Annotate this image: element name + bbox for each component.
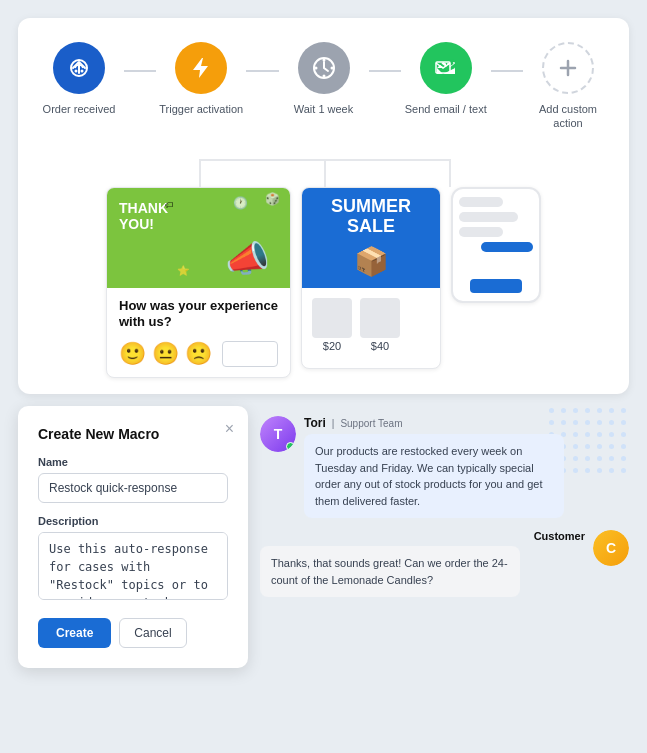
survey-question: How was your experience with us?: [119, 298, 278, 332]
connector-2: [246, 70, 278, 72]
product-price-2: $40: [360, 340, 400, 352]
phone-btn: [470, 279, 522, 293]
phone-msg-1: [459, 197, 503, 207]
email-body: $20 $40: [302, 288, 440, 368]
chat-panel: T Tori | Support Team Our products are r…: [248, 406, 629, 668]
survey-preview: THANKYOU! 🕐 🎲 ⭐ 🏷 📣 How was your experie…: [106, 187, 291, 379]
svg-point-6: [314, 67, 317, 70]
step-order-received-label: Order received: [43, 102, 116, 116]
workflow-card: Order received Trigger activation: [18, 18, 629, 394]
survey-banner-text: THANKYOU!: [119, 200, 278, 234]
description-label: Description: [38, 515, 228, 527]
agent-team: Support Team: [340, 418, 402, 429]
sad-emoji[interactable]: 🙁: [185, 341, 212, 367]
wait-icon: [298, 42, 350, 94]
scatter-tag: 🏷: [165, 200, 174, 210]
step-wait-label: Wait 1 week: [294, 102, 354, 116]
preview-row: THANKYOU! 🕐 🎲 ⭐ 🏷 📣 How was your experie…: [34, 187, 613, 379]
trigger-activation-icon: [175, 42, 227, 94]
phone-msg-reply: [481, 242, 533, 252]
scatter-star: ⭐: [177, 265, 189, 276]
step-order-received[interactable]: Order received: [34, 42, 124, 116]
survey-text-input[interactable]: [222, 341, 278, 367]
svg-point-1: [75, 70, 78, 73]
workflow-steps: Order received Trigger activation: [34, 42, 613, 131]
agent-name: Tori: [304, 416, 326, 430]
svg-point-7: [330, 67, 333, 70]
svg-point-5: [322, 75, 325, 78]
description-textarea[interactable]: Use this auto-response for cases with "R…: [38, 532, 228, 600]
scatter-dice: 🎲: [265, 192, 280, 206]
survey-banner: THANKYOU! 🕐 🎲 ⭐ 🏷 📣: [107, 188, 290, 288]
modal-close-button[interactable]: ×: [225, 420, 234, 438]
agent-avatar: T: [260, 416, 296, 452]
agent-status-indicator: [286, 442, 295, 451]
product-thumb-1: [312, 298, 352, 338]
customer-bubble: Thanks, that sounds great! Can we order …: [260, 546, 520, 597]
connector-1: [124, 70, 156, 72]
product-row: $20 $40: [312, 298, 430, 352]
send-email-icon: [420, 42, 472, 94]
step-trigger-activation-label: Trigger activation: [159, 102, 243, 116]
email-preview: SUMMERSALE 📦 $20 $40: [301, 187, 441, 369]
agent-bubble: Our products are restocked every week on…: [304, 434, 564, 518]
megaphone-icon: 📣: [225, 238, 270, 280]
step-send-email-label: Send email / text: [405, 102, 487, 116]
chat-messages: T Tori | Support Team Our products are r…: [260, 416, 629, 597]
svg-point-2: [81, 70, 84, 73]
phone-preview: [451, 187, 541, 303]
bottom-section: Create New Macro × Name Description Use …: [18, 406, 629, 668]
customer-label: Customer: [260, 530, 585, 542]
scatter-clock: 🕐: [233, 196, 248, 210]
agent-chat-header: Tori | Support Team: [304, 416, 629, 430]
agent-chat-content: Tori | Support Team Our products are res…: [304, 416, 629, 518]
step-add-custom-action-label: Add custom action: [523, 102, 613, 131]
neutral-emoji[interactable]: 😐: [152, 341, 179, 367]
gift-box-icon: 📦: [354, 245, 389, 278]
cancel-button[interactable]: Cancel: [119, 618, 186, 648]
product-thumb-2: [360, 298, 400, 338]
survey-body: How was your experience with us? 🙂 😐 🙁: [107, 288, 290, 378]
step-add-custom-action[interactable]: Add custom action: [523, 42, 613, 131]
customer-message: C Customer Thanks, that sounds great! Ca…: [260, 530, 629, 597]
add-custom-action-icon: [542, 42, 594, 94]
happy-emoji[interactable]: 🙂: [119, 341, 146, 367]
step-trigger-activation[interactable]: Trigger activation: [156, 42, 246, 116]
emoji-row: 🙂 😐 🙁: [119, 341, 278, 367]
name-label: Name: [38, 456, 228, 468]
macro-modal: Create New Macro × Name Description Use …: [18, 406, 248, 668]
phone-msg-2: [459, 212, 518, 222]
agent-team-separator: |: [332, 418, 335, 429]
modal-buttons: Create Cancel: [38, 618, 228, 648]
connector-3: [369, 70, 401, 72]
connector-4: [491, 70, 523, 72]
step-send-email[interactable]: Send email / text: [401, 42, 491, 116]
agent-message: T Tori | Support Team Our products are r…: [260, 416, 629, 518]
step-wait-1-week[interactable]: Wait 1 week: [279, 42, 369, 116]
svg-point-4: [322, 59, 325, 62]
product-price-1: $20: [312, 340, 352, 352]
name-input[interactable]: [38, 473, 228, 503]
create-button[interactable]: Create: [38, 618, 111, 648]
order-received-icon: [53, 42, 105, 94]
customer-avatar: C: [593, 530, 629, 566]
modal-title: Create New Macro: [38, 426, 228, 442]
email-banner: SUMMERSALE 📦: [302, 188, 440, 288]
email-banner-title: SUMMERSALE: [331, 197, 411, 237]
phone-msg-3: [459, 227, 503, 237]
